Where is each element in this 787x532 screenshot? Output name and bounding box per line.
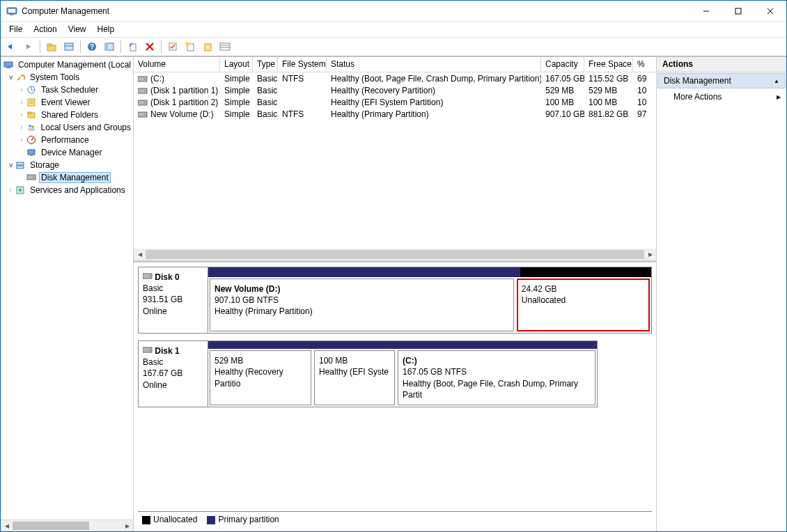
disk-icon [138, 75, 148, 82]
disk-parts: 529 MBHealthy (Recovery Partitio100 MBHe… [208, 341, 597, 407]
tree-shared-folders[interactable]: › Shared Folders [1, 109, 133, 121]
expand-icon[interactable]: › [6, 186, 15, 194]
expand-icon[interactable]: › [17, 111, 26, 119]
svg-rect-14 [105, 43, 108, 50]
help-button[interactable]: ? [84, 39, 100, 54]
partition[interactable]: New Volume (D:)907.10 GB NTFSHealthy (Pr… [210, 279, 514, 331]
expand-icon[interactable]: › [17, 98, 26, 107]
partition[interactable]: (C:)167.05 GB NTFSHealthy (Boot, Page Fi… [398, 350, 595, 405]
col-filesystem[interactable]: File System [278, 57, 327, 72]
table-row[interactable]: (Disk 1 partition 1)SimpleBasicHealthy (… [134, 84, 656, 96]
properties-button[interactable] [61, 39, 77, 54]
scroll-right-icon[interactable]: ▶ [121, 520, 133, 531]
col-type[interactable]: Type [253, 57, 278, 72]
col-layout[interactable]: Layout [220, 57, 253, 72]
show-hide-button[interactable] [102, 39, 117, 54]
nav-tree[interactable]: Computer Management (Local ∨ System Tool… [1, 57, 133, 519]
tree-disk-management[interactable]: Disk Management [1, 171, 133, 184]
col-volume[interactable]: Volume [134, 57, 220, 72]
svg-rect-40 [17, 166, 24, 169]
tree-root[interactable]: Computer Management (Local [1, 58, 133, 71]
collapse-icon[interactable]: ∨ [6, 73, 15, 81]
tool-button[interactable] [200, 39, 215, 54]
folder-icon [26, 109, 37, 120]
computer-management-window: Computer Management File Action View Hel… [0, 0, 787, 532]
list-header: Volume Layout Type File System Status Ca… [134, 57, 656, 72]
delete-button[interactable] [142, 39, 157, 54]
back-button[interactable] [3, 39, 19, 54]
disk-block[interactable]: Disk 1Basic167.67 GBOnline529 MBHealthy … [138, 341, 598, 407]
svg-point-46 [144, 79, 146, 80]
svg-rect-37 [28, 150, 35, 155]
minimize-button[interactable] [690, 1, 722, 22]
tree-local-users[interactable]: › Local Users and Groups [1, 121, 133, 134]
expand-icon[interactable]: › [17, 136, 26, 144]
new-button[interactable] [182, 39, 198, 54]
actions-more[interactable]: More Actions ▶ [657, 89, 786, 104]
partition[interactable]: 529 MBHealthy (Recovery Partitio [210, 350, 311, 405]
col-capacity[interactable]: Capacity [541, 57, 584, 72]
list-scroll-h[interactable]: ◀ ▶ [134, 249, 656, 260]
col-freespace[interactable]: Free Space [584, 57, 633, 72]
disk-block[interactable]: Disk 0Basic931.51 GBOnlineNew Volume (D:… [138, 267, 652, 334]
separator-icon [80, 40, 81, 53]
separator-icon [161, 40, 162, 53]
svg-rect-53 [143, 274, 152, 279]
tree-storage[interactable]: ∨ Storage [1, 159, 133, 171]
scroll-left-icon[interactable]: ◀ [1, 520, 13, 531]
list-body[interactable]: (C:)SimpleBasicNTFSHealthy (Boot, Page F… [134, 72, 656, 249]
collapse-icon[interactable]: ∨ [6, 161, 15, 169]
forward-button[interactable] [21, 39, 36, 54]
tree-performance[interactable]: › Performance [1, 134, 133, 146]
table-row[interactable]: New Volume (D:)SimpleBasicNTFSHealthy (P… [134, 108, 656, 120]
menu-file[interactable]: File [3, 23, 28, 36]
close-button[interactable] [754, 1, 786, 22]
expand-icon[interactable]: › [17, 123, 26, 132]
tree-services-apps[interactable]: › Services and Applications [1, 184, 133, 196]
refresh-button[interactable] [125, 39, 140, 54]
tree-scroll-h[interactable]: ◀ ▶ [1, 519, 133, 531]
partition[interactable]: 24.42 GBUnallocated [517, 279, 650, 331]
svg-rect-4 [735, 8, 741, 14]
window-title: Computer Management [22, 6, 690, 16]
actions-section[interactable]: Disk Management ▲ [657, 73, 786, 88]
svg-rect-22 [220, 43, 230, 50]
svg-point-20 [185, 42, 189, 46]
menu-help[interactable]: Help [92, 23, 120, 36]
actions-panel: Actions Disk Management ▲ More Actions ▶ [657, 57, 786, 531]
maximize-button[interactable] [722, 1, 754, 22]
volume-list: Volume Layout Type File System Status Ca… [134, 57, 656, 263]
tree-system-tools[interactable]: ∨ System Tools [1, 71, 133, 84]
svg-rect-2 [10, 14, 14, 15]
svg-point-48 [144, 91, 146, 92]
disk-icon: Disk 1 [143, 345, 203, 357]
scroll-right-icon[interactable]: ▶ [644, 249, 656, 260]
client-area: Computer Management (Local ∨ System Tool… [1, 56, 786, 531]
svg-rect-47 [138, 88, 147, 93]
clock-icon [26, 84, 37, 95]
scroll-left-icon[interactable]: ◀ [134, 249, 146, 260]
table-row[interactable]: (Disk 1 partition 2)SimpleBasicHealthy (… [134, 96, 656, 108]
collapse-icon: ▲ [774, 78, 779, 84]
disk-info: Disk 1Basic167.67 GBOnline [139, 341, 208, 407]
tree-event-viewer[interactable]: › Event Viewer [1, 96, 133, 109]
partition[interactable]: 100 MBHealthy (EFI Syste [314, 350, 395, 405]
menu-view[interactable]: View [63, 23, 92, 36]
expand-icon[interactable]: › [17, 86, 26, 94]
check-button[interactable] [165, 39, 180, 54]
table-row[interactable]: (C:)SimpleBasicNTFSHealthy (Boot, Page F… [134, 72, 656, 84]
menu-action[interactable]: Action [28, 23, 62, 36]
scroll-thumb[interactable] [146, 250, 644, 259]
svg-rect-28 [28, 99, 35, 106]
svg-rect-1 [8, 9, 15, 13]
col-percent[interactable]: % [633, 57, 648, 72]
tree-device-manager[interactable]: Device Manager [1, 146, 133, 159]
svg-rect-9 [65, 43, 73, 50]
tree-task-scheduler[interactable]: › Task Scheduler [1, 84, 133, 96]
svg-rect-26 [6, 67, 10, 68]
col-status[interactable]: Status [327, 57, 541, 72]
up-button[interactable] [44, 39, 59, 54]
list-button[interactable] [217, 39, 233, 54]
scroll-thumb[interactable] [13, 522, 89, 530]
toolbar: ? [1, 37, 786, 56]
